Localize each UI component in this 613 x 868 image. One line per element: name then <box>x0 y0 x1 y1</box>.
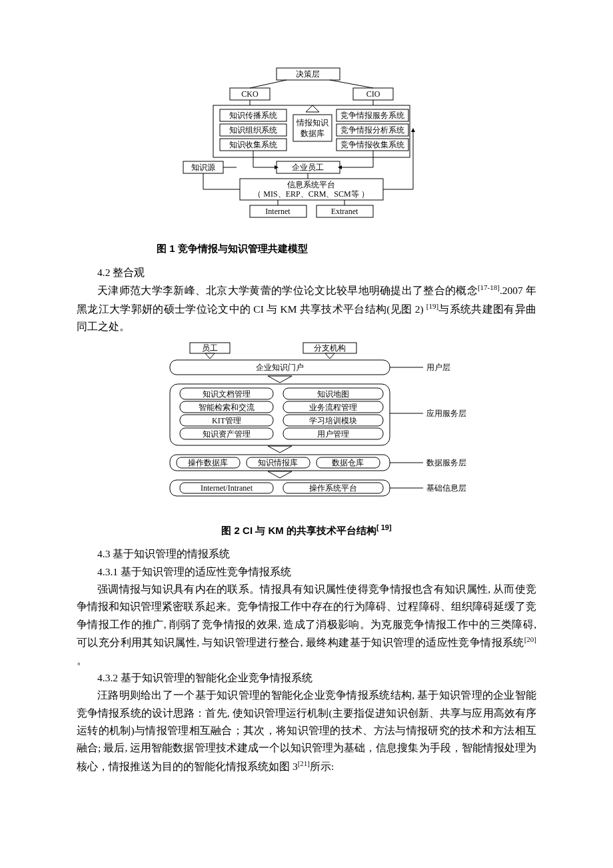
svg-text:CIO: CIO <box>366 89 380 99</box>
text: 图 2 CI 与 KM 的共享技术平台结构 <box>221 525 376 536</box>
svg-text:知识收集系统: 知识收集系统 <box>229 140 277 149</box>
svg-text:知识资产管理: 知识资产管理 <box>203 429 251 439</box>
svg-text:KIT管理: KIT管理 <box>212 416 241 425</box>
figure-2-diagram: 员工 分支机构 企业知识门户 用户层 知识文档管理 智能检索和交流 KIT管理 … <box>140 341 473 501</box>
svg-text:Internet/Intranet: Internet/Intranet <box>201 483 253 493</box>
figure-1-diagram: 决策层 CKO CIO 知识传播系统 知识组织系统 知识收集系统 情报知识 数据… <box>160 67 453 220</box>
svg-text:竞争情报收集系统: 竞争情报收集系统 <box>340 140 404 149</box>
citation-19: [19] <box>426 302 438 310</box>
page: 决策层 CKO CIO 知识传播系统 知识组织系统 知识收集系统 情报知识 数据… <box>0 0 613 815</box>
svg-text:基础信息层: 基础信息层 <box>426 483 466 493</box>
svg-text:知识情报库: 知识情报库 <box>258 458 298 467</box>
svg-text:用户管理: 用户管理 <box>317 429 349 439</box>
svg-text:业务流程管理: 业务流程管理 <box>309 403 357 412</box>
svg-text:智能检索和交流: 智能检索和交流 <box>199 403 255 412</box>
figure-1: 决策层 CKO CIO 知识传播系统 知识组织系统 知识收集系统 情报知识 数据… <box>77 67 536 225</box>
citation-21: [21] <box>298 759 310 767</box>
svg-text:竞争情报服务系统: 竞争情报服务系统 <box>340 111 404 120</box>
svg-text:操作数据库: 操作数据库 <box>188 458 228 467</box>
svg-text:数据仓库: 数据仓库 <box>332 458 364 467</box>
svg-text:（ MIS、ERP、CRM、SCM等 ）: （ MIS、ERP、CRM、SCM等 ） <box>253 189 368 199</box>
section-4-2-head: 4.2 整合观 <box>77 264 536 281</box>
section-4-3-1-para: 强调情报与知识具有内在的联系。情报具有知识属性使得竞争情报也含有知识属性, 从而… <box>77 581 536 669</box>
citation-19b: [ 19] <box>376 523 392 531</box>
svg-text:知识文档管理: 知识文档管理 <box>203 389 251 399</box>
text: 所示: <box>310 761 334 772</box>
figure-1-caption: 图 1 竞争情报与知识管理共建模型 <box>157 240 536 257</box>
svg-text:CKO: CKO <box>241 89 259 99</box>
section-4-3-head: 4.3 基于知识管理的情报系统 <box>77 545 536 563</box>
svg-text:竞争情报分析系统: 竞争情报分析系统 <box>340 125 404 135</box>
section-4-3-1-head: 4.3.1 基于知识管理的适应性竞争情报系统 <box>77 563 536 581</box>
svg-text:企业员工: 企业员工 <box>292 163 324 172</box>
svg-line-7 <box>330 80 373 88</box>
svg-text:Extranet: Extranet <box>331 207 358 216</box>
figure-2: 员工 分支机构 企业知识门户 用户层 知识文档管理 智能检索和交流 KIT管理 … <box>77 341 536 507</box>
svg-text:员工: 员工 <box>202 343 218 353</box>
svg-text:学习培训模块: 学习培训模块 <box>309 416 357 425</box>
svg-text:知识源: 知识源 <box>191 163 215 172</box>
svg-marker-46 <box>411 128 415 132</box>
svg-text:企业知识门户: 企业知识门户 <box>256 363 304 372</box>
svg-text:知识传播系统: 知识传播系统 <box>229 111 277 120</box>
section-4-3-2-para: 汪路明则给出了一个基于知识管理的智能化企业竞争情报系统结构, 基于知识管理的企业… <box>77 687 536 775</box>
svg-text:信息系统平台: 信息系统平台 <box>287 180 335 189</box>
text: 强调情报与知识具有内在的联系。情报具有知识属性使得竞争情报也含有知识属性, 从而… <box>77 583 536 648</box>
section-4-3-2-head: 4.3.2 基于知识管理的智能化企业竞争情报系统 <box>77 669 536 687</box>
section-4-2-para: 天津师范大学李新峰、北京大学黄蕾的学位论文比较早地明确提出了整合的概念[17-1… <box>77 281 536 335</box>
svg-text:数据库: 数据库 <box>301 129 324 138</box>
text: 天津师范大学李新峰、北京大学黄蕾的学位论文比较早地明确提出了整合的概念 <box>97 285 478 296</box>
text: 。 <box>77 655 87 666</box>
svg-text:操作系统平台: 操作系统平台 <box>309 483 357 493</box>
svg-text:数据服务层: 数据服务层 <box>426 458 466 467</box>
citation-20: [20] <box>524 635 536 643</box>
svg-text:分支机构: 分支机构 <box>314 343 346 353</box>
svg-text:情报知识: 情报知识 <box>296 118 328 127</box>
svg-text:决策层: 决策层 <box>296 69 320 79</box>
svg-text:知识组织系统: 知识组织系统 <box>229 125 277 135</box>
citation-17-18: [17-18] <box>478 283 500 291</box>
svg-text:应用服务层: 应用服务层 <box>426 409 466 418</box>
svg-text:知识地图: 知识地图 <box>317 389 349 399</box>
figure-2-caption: 图 2 CI 与 KM 的共享技术平台结构[ 19] <box>77 521 536 539</box>
svg-line-6 <box>250 80 287 88</box>
svg-text:用户层: 用户层 <box>426 363 450 372</box>
svg-text:Internet: Internet <box>265 207 291 216</box>
